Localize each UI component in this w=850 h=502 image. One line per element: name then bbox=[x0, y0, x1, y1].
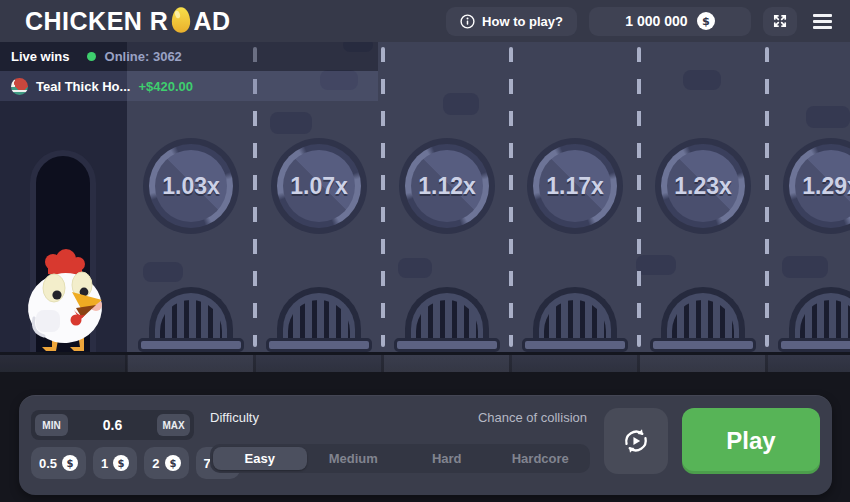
player-name: Teal Thick Ho... bbox=[36, 79, 130, 94]
sewer-grate-icon bbox=[277, 287, 361, 341]
sewer-grate-icon bbox=[149, 287, 233, 341]
chip-button[interactable]: 2 $ bbox=[144, 447, 188, 479]
fullscreen-button[interactable] bbox=[763, 7, 797, 36]
autoplay-button[interactable] bbox=[604, 408, 668, 474]
chip-amount: 2 bbox=[152, 456, 159, 471]
balance-display[interactable]: 1 000 000 $ bbox=[589, 7, 751, 36]
difficulty-tabs: EasyMediumHardHardcore bbox=[210, 444, 590, 473]
chip-row: 0.5 $ 1 $ 2 $ 7 $ bbox=[31, 447, 240, 479]
dollar-coin-icon: $ bbox=[697, 12, 715, 30]
chicken-character[interactable] bbox=[22, 248, 110, 356]
lane: 1.12x bbox=[383, 42, 511, 352]
difficulty-tab-hard[interactable]: Hard bbox=[400, 447, 494, 470]
sewer-grate-icon bbox=[789, 287, 850, 341]
how-to-play-label: How to play? bbox=[482, 14, 563, 29]
multiplier-manhole[interactable]: 1.12x bbox=[399, 138, 495, 234]
difficulty-tab-hardcore[interactable]: Hardcore bbox=[494, 447, 588, 470]
multiplier-label: 1.03x bbox=[143, 138, 239, 234]
lane: 1.29x bbox=[767, 42, 850, 352]
multiplier-manhole[interactable]: 1.23x bbox=[655, 138, 751, 234]
sidewalk bbox=[0, 352, 850, 372]
chip-button[interactable]: 0.5 $ bbox=[31, 447, 86, 479]
player-avatar bbox=[11, 78, 28, 95]
grate-bars bbox=[416, 300, 478, 341]
grate-bars bbox=[544, 300, 606, 341]
grate-base bbox=[650, 338, 756, 352]
bet-amount-control: MIN 0.6 MAX bbox=[31, 410, 194, 440]
egg-icon bbox=[170, 6, 192, 34]
app-logo: CHICKEN R AD bbox=[25, 6, 231, 36]
svg-text:$: $ bbox=[169, 458, 176, 469]
live-wins-label: Live wins bbox=[11, 49, 70, 64]
chip-amount: 0.5 bbox=[39, 456, 57, 471]
svg-text:$: $ bbox=[702, 15, 710, 28]
grate-bars bbox=[288, 300, 350, 341]
menu-icon bbox=[813, 14, 832, 17]
dollar-coin-icon: $ bbox=[62, 455, 78, 471]
online-dot-icon bbox=[87, 52, 96, 61]
max-bet-button[interactable]: MAX bbox=[157, 414, 190, 436]
grate-base bbox=[778, 338, 850, 352]
game-area: 1.03x1.07x1.12x1.17x1.23x1.29x bbox=[0, 42, 850, 372]
difficulty-label: Difficulty bbox=[210, 410, 259, 425]
live-wins-bar: Live wins Online: 3062 bbox=[0, 42, 378, 71]
difficulty-tab-medium[interactable]: Medium bbox=[307, 447, 401, 470]
controls-area: MIN 0.6 MAX 0.5 $ 1 $ 2 $ 7 $ Difficulty… bbox=[0, 372, 850, 502]
dollar-coin-icon: $ bbox=[113, 455, 129, 471]
chip-amount: 1 bbox=[101, 456, 108, 471]
live-win-entry[interactable]: Teal Thick Ho... +$420.00 bbox=[0, 71, 378, 101]
logo-text-right: AD bbox=[193, 7, 230, 36]
multiplier-label: 1.17x bbox=[527, 138, 623, 234]
lane: 1.17x bbox=[511, 42, 639, 352]
balance-value: 1 000 000 bbox=[625, 13, 687, 29]
autoplay-icon bbox=[621, 426, 651, 456]
lane: 1.23x bbox=[639, 42, 767, 352]
header-actions: How to play? 1 000 000 $ bbox=[446, 7, 836, 36]
grate-base bbox=[138, 338, 244, 352]
grate-base bbox=[522, 338, 628, 352]
svg-text:$: $ bbox=[118, 458, 125, 469]
win-amount: +$420.00 bbox=[138, 79, 193, 94]
sewer-grate-icon bbox=[405, 287, 489, 341]
chip-button[interactable]: 1 $ bbox=[93, 447, 137, 479]
grate-bars bbox=[672, 300, 734, 341]
grate-bars bbox=[800, 300, 850, 341]
header: CHICKEN R AD How to play? 1 000 000 bbox=[0, 0, 850, 42]
fullscreen-icon bbox=[772, 13, 788, 29]
play-button[interactable]: Play bbox=[682, 408, 820, 474]
sewer-grate-icon bbox=[533, 287, 617, 341]
info-icon bbox=[460, 14, 475, 29]
grate-base bbox=[394, 338, 500, 352]
difficulty-tab-easy[interactable]: Easy bbox=[213, 447, 307, 470]
multiplier-manhole[interactable]: 1.07x bbox=[271, 138, 367, 234]
multiplier-label: 1.23x bbox=[655, 138, 751, 234]
min-bet-button[interactable]: MIN bbox=[35, 414, 68, 436]
control-panel: MIN 0.6 MAX 0.5 $ 1 $ 2 $ 7 $ Difficulty… bbox=[19, 395, 832, 495]
multiplier-label: 1.29x bbox=[783, 138, 850, 234]
multiplier-label: 1.07x bbox=[271, 138, 367, 234]
grate-base bbox=[266, 338, 372, 352]
menu-button[interactable] bbox=[809, 10, 836, 33]
chance-of-collision-label: Chance of collision bbox=[379, 410, 587, 425]
svg-text:$: $ bbox=[67, 458, 74, 469]
multiplier-manhole[interactable]: 1.03x bbox=[143, 138, 239, 234]
multiplier-manhole[interactable]: 1.17x bbox=[527, 138, 623, 234]
online-count: Online: 3062 bbox=[105, 49, 182, 64]
sidewalk-left bbox=[0, 352, 127, 372]
dollar-coin-icon: $ bbox=[165, 455, 181, 471]
chicken-road-app: CHICKEN R AD How to play? 1 000 000 bbox=[0, 0, 850, 502]
bet-value[interactable]: 0.6 bbox=[103, 417, 122, 433]
how-to-play-button[interactable]: How to play? bbox=[446, 7, 577, 36]
sewer-grate-icon bbox=[661, 287, 745, 341]
logo-text-left: CHICKEN R bbox=[25, 7, 168, 36]
multiplier-manhole[interactable]: 1.29x bbox=[783, 138, 850, 234]
grate-bars bbox=[160, 300, 222, 341]
multiplier-label: 1.12x bbox=[399, 138, 495, 234]
